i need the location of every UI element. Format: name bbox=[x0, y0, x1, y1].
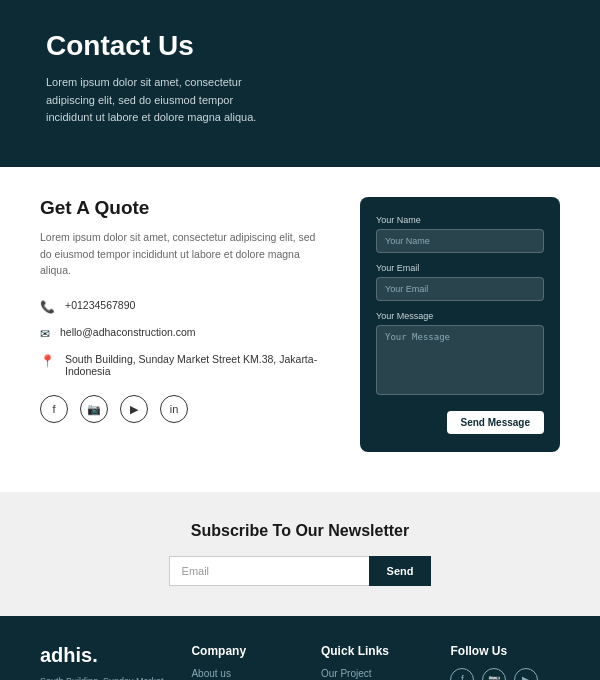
newsletter-send-button[interactable]: Send bbox=[369, 556, 432, 586]
name-label: Your Name bbox=[376, 215, 544, 225]
address-item: 📍 South Building, Sunday Market Street K… bbox=[40, 353, 330, 377]
newsletter-email-input[interactable] bbox=[169, 556, 369, 586]
phone-item: 📞 +01234567890 bbox=[40, 299, 330, 314]
email-label: Your Email bbox=[376, 263, 544, 273]
quote-title: Get A Quote bbox=[40, 197, 330, 219]
footer-link-about[interactable]: About us bbox=[191, 668, 301, 679]
footer-youtube-icon[interactable]: ▶ bbox=[514, 668, 538, 680]
hero-section: Contact Us Lorem ipsum dolor sit amet, c… bbox=[0, 0, 600, 167]
footer-brand: adhis. South Building, Sunday Market Str… bbox=[40, 644, 171, 680]
facebook-icon[interactable]: f bbox=[40, 395, 68, 423]
contact-form: Your Name Your Email Your Message Send M… bbox=[360, 197, 560, 452]
email-item: ✉ hello@adhaconstruction.com bbox=[40, 326, 330, 341]
name-input[interactable] bbox=[376, 229, 544, 253]
footer-company-column: Company About us Business Line bbox=[191, 644, 301, 680]
email-address: hello@adhaconstruction.com bbox=[60, 326, 196, 338]
contact-info-column: Get A Quote Lorem ipsum dolor sit amet, … bbox=[40, 197, 330, 452]
social-links: f 📷 ▶ in bbox=[40, 395, 330, 423]
footer-quicklinks-column: Quick Links Our Project Our team bbox=[321, 644, 431, 680]
footer-address: South Building, Sunday Market Street bbox=[40, 675, 171, 680]
location-icon: 📍 bbox=[40, 354, 55, 368]
footer: adhis. South Building, Sunday Market Str… bbox=[0, 616, 600, 680]
instagram-icon[interactable]: 📷 bbox=[80, 395, 108, 423]
footer-logo: adhis. bbox=[40, 644, 171, 667]
message-label: Your Message bbox=[376, 311, 544, 321]
send-message-button[interactable]: Send Message bbox=[447, 411, 544, 434]
hero-description: Lorem ipsum dolor sit amet, consectetur … bbox=[46, 74, 266, 127]
phone-icon: 📞 bbox=[40, 300, 55, 314]
phone-number: +01234567890 bbox=[65, 299, 135, 311]
newsletter-title: Subscribe To Our Newsletter bbox=[40, 522, 560, 540]
footer-followus-column: Follow Us f 📷 ▶ bbox=[450, 644, 560, 680]
address-text: South Building, Sunday Market Street KM.… bbox=[65, 353, 330, 377]
footer-instagram-icon[interactable]: 📷 bbox=[482, 668, 506, 680]
newsletter-form: Send bbox=[40, 556, 560, 586]
email-input[interactable] bbox=[376, 277, 544, 301]
footer-facebook-icon[interactable]: f bbox=[450, 668, 474, 680]
youtube-icon[interactable]: ▶ bbox=[120, 395, 148, 423]
footer-followus-title: Follow Us bbox=[450, 644, 560, 658]
email-icon: ✉ bbox=[40, 327, 50, 341]
message-input[interactable] bbox=[376, 325, 544, 395]
footer-company-title: Company bbox=[191, 644, 301, 658]
newsletter-section: Subscribe To Our Newsletter Send bbox=[0, 492, 600, 616]
main-content: Get A Quote Lorem ipsum dolor sit amet, … bbox=[0, 167, 600, 492]
footer-quicklinks-title: Quick Links bbox=[321, 644, 431, 658]
footer-social-icons: f 📷 ▶ bbox=[450, 668, 560, 680]
footer-link-project[interactable]: Our Project bbox=[321, 668, 431, 679]
hero-title: Contact Us bbox=[46, 30, 554, 62]
linkedin-icon[interactable]: in bbox=[160, 395, 188, 423]
quote-description: Lorem ipsum dolor sit amet, consectetur … bbox=[40, 229, 330, 279]
